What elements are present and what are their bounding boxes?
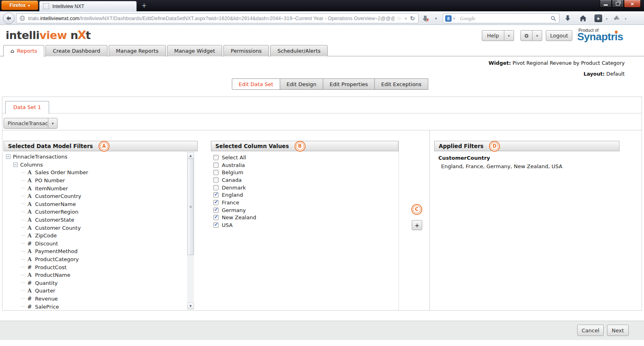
search-box[interactable]: 8 Google <box>443 13 559 23</box>
collapse-icon[interactable] <box>13 163 18 167</box>
tree-item[interactable]: A PaymentMethod <box>21 247 198 255</box>
nav-tab[interactable]: Reports <box>3 45 44 57</box>
settings-dropdown-button[interactable] <box>533 30 542 41</box>
edit-tab[interactable]: Edit Exceptions <box>374 78 428 90</box>
value-checkbox[interactable] <box>213 215 219 220</box>
nav-tab[interactable]: Permissions <box>223 45 269 56</box>
restore-button[interactable] <box>612 0 624 8</box>
value-checkbox[interactable] <box>213 177 219 183</box>
logout-button[interactable]: Logout <box>546 30 572 41</box>
tree-item-label: ZipCode <box>35 233 57 239</box>
cancel-button[interactable]: Cancel <box>577 325 604 336</box>
nav-tab[interactable]: Scheduler/Alerts <box>270 45 328 56</box>
bookmarks-panel-icon[interactable] <box>594 14 602 22</box>
plugin-blocked-icon[interactable]: ✗ <box>422 14 429 23</box>
home-icon[interactable] <box>580 15 586 21</box>
nav-tab[interactable]: Manage Widget <box>167 45 223 56</box>
tree-group-row[interactable]: Columns <box>13 161 198 169</box>
nav-tab[interactable]: Manage Reports <box>109 45 166 56</box>
blocked-x-icon: ✗ <box>426 18 429 23</box>
widget-context: Widget: Pivot Regional Revenue by Produc… <box>489 60 625 66</box>
back-button[interactable] <box>3 12 14 24</box>
add-filter-button[interactable]: + <box>412 220 422 230</box>
addon-icon[interactable] <box>613 15 620 21</box>
tree-item[interactable]: # Revenue <box>21 295 198 303</box>
help-dropdown-button[interactable] <box>504 30 514 41</box>
next-button[interactable]: Next <box>607 325 629 336</box>
value-checkbox[interactable] <box>213 155 219 160</box>
edit-tab-label: Edit Data Set <box>239 81 273 87</box>
tree-item[interactable]: # SalePrice <box>21 303 198 310</box>
scrollbar-thumb[interactable] <box>187 159 194 255</box>
search-engine-dropdown-icon[interactable] <box>453 16 455 21</box>
tree-item[interactable]: A Customer County <box>21 224 198 232</box>
column-type-icon: A <box>27 272 33 278</box>
data-model-filters-title: Selected Data Model Filters <box>8 143 93 149</box>
value-checkbox[interactable] <box>213 222 219 228</box>
step-badge-a: A <box>99 141 109 152</box>
nav-tab-label: Scheduler/Alerts <box>277 48 320 54</box>
tree-item[interactable]: A CustomerState <box>21 216 198 224</box>
tree-item[interactable]: A CustomerName <box>21 200 198 208</box>
scroll-down-button[interactable] <box>187 303 194 309</box>
firefox-menu-label: Firefox <box>10 2 26 8</box>
bookmarks-dropdown-icon[interactable] <box>606 17 608 21</box>
nav-tab-label: Manage Reports <box>116 48 159 54</box>
tree-item[interactable]: A ProductName <box>21 271 198 279</box>
firefox-menu-button[interactable]: Firefox <box>1 0 38 10</box>
value-checkbox[interactable] <box>213 163 219 168</box>
value-checkbox[interactable] <box>213 200 219 205</box>
search-input[interactable]: Google <box>460 15 551 22</box>
tree-item[interactable]: A ProductCategory <box>21 255 198 264</box>
bookmark-star-badge-icon <box>594 14 602 22</box>
tree-item-label: ProductCost <box>35 264 66 270</box>
tree-item-label: Customer County <box>35 225 81 231</box>
step-badge-a-letter: A <box>100 142 108 150</box>
addon-dropdown-icon[interactable] <box>625 17 627 21</box>
back-arrow-icon <box>6 15 12 21</box>
tree-item[interactable]: # Quantity <box>21 279 198 287</box>
brand-text: Synaptr <box>577 31 615 43</box>
plugin-dropdown-icon[interactable] <box>435 16 437 21</box>
reload-icon[interactable] <box>410 15 415 22</box>
tree-root-row[interactable]: PinnacleTransactions <box>6 153 198 161</box>
dataset-tab[interactable]: Data Set 1 <box>5 101 49 114</box>
brand-s-letter: s <box>617 31 623 43</box>
tree-item-label: PaymentMethod <box>35 248 78 254</box>
value-checkbox[interactable] <box>213 192 219 198</box>
scroll-up-button[interactable] <box>187 152 194 159</box>
nav-tab[interactable]: Create Dashboard <box>45 45 107 56</box>
value-checkbox[interactable] <box>213 170 219 175</box>
search-magnifier-icon[interactable] <box>551 16 556 21</box>
url-bar[interactable]: trials.intelliviewnxt.com/IntelliviewNXT… <box>16 13 419 23</box>
downloads-icon[interactable] <box>565 15 571 22</box>
minimize-button[interactable] <box>600 0 612 8</box>
tree-item[interactable]: A PO Number <box>21 177 198 185</box>
tree-item[interactable]: # Discount <box>21 240 198 248</box>
close-button[interactable]: × <box>624 0 641 8</box>
value-row: Australia <box>211 161 398 169</box>
new-tab-button[interactable]: + <box>139 2 149 10</box>
tree-item[interactable]: A Sales Order Number <box>21 169 198 177</box>
tree-root-label: PinnacleTransactions <box>13 154 68 160</box>
browser-tab[interactable]: Intelliview NXT <box>39 1 137 11</box>
data-source-dropdown[interactable]: PinnacleTransact <box>4 118 58 129</box>
tree-item[interactable]: A ItemNumber <box>21 184 198 192</box>
help-button[interactable]: Help <box>482 30 504 41</box>
dropdown-arrow-icon[interactable] <box>48 118 57 128</box>
value-row: Canada <box>211 176 398 184</box>
bookmark-star-icon[interactable] <box>396 15 401 22</box>
url-dropdown-icon[interactable] <box>405 16 407 21</box>
value-checkbox[interactable] <box>213 185 219 190</box>
edit-tab[interactable]: Edit Data Set <box>232 78 280 90</box>
tree-item[interactable]: A ZipCode <box>21 232 198 240</box>
tree-item[interactable]: A CustomerCountry <box>21 192 198 200</box>
collapse-icon[interactable] <box>6 154 10 159</box>
tree-item[interactable]: A CustomerRegion <box>21 208 198 216</box>
edit-tab[interactable]: Edit Properties <box>323 78 375 90</box>
tree-item[interactable]: A Quarter <box>21 287 198 295</box>
value-checkbox[interactable] <box>213 208 219 213</box>
settings-button[interactable] <box>520 30 533 41</box>
tree-item[interactable]: # ProductCost <box>21 263 198 271</box>
edit-tab[interactable]: Edit Design <box>280 78 323 90</box>
